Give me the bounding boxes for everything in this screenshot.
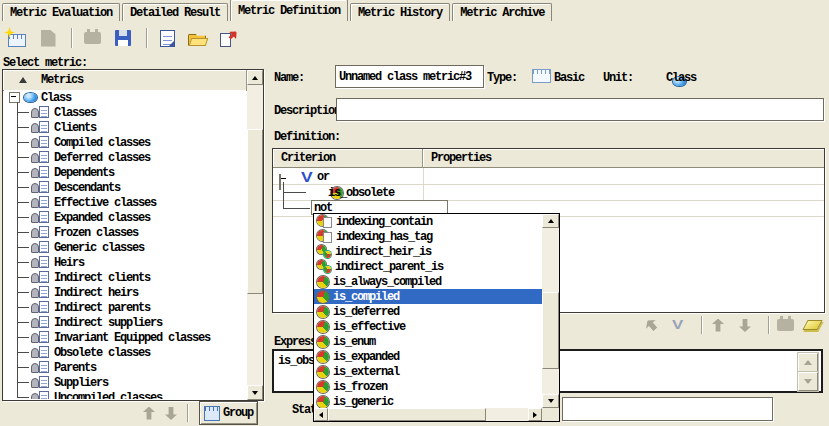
tab-metric-archive[interactable]: Metric Archive bbox=[452, 3, 552, 21]
tree-scrollbar[interactable] bbox=[247, 70, 263, 400]
tree-item[interactable]: Invariant Equipped classes bbox=[4, 330, 246, 345]
dropdown-item[interactable]: is_generic bbox=[314, 394, 542, 408]
name-input[interactable] bbox=[335, 65, 484, 88]
scrollbar-corner bbox=[542, 408, 559, 421]
dropdown-item[interactable]: is_compiled bbox=[314, 289, 542, 304]
tab-detailed-result[interactable]: Detailed Result bbox=[122, 3, 228, 21]
collapse-icon[interactable] bbox=[279, 174, 281, 190]
criterion-move-down-button[interactable] bbox=[736, 316, 754, 334]
pie-chart-icon bbox=[317, 306, 329, 318]
tree-item[interactable]: Descendants bbox=[4, 180, 246, 195]
criterion-level-up-button[interactable] bbox=[642, 316, 660, 334]
locked-metric-icon bbox=[31, 316, 51, 329]
dropdown-item[interactable]: indexing_contain bbox=[314, 214, 542, 229]
expression-scroll-up-button[interactable] bbox=[798, 353, 818, 372]
criterion-erase-button[interactable] bbox=[803, 316, 821, 334]
save-metric-button[interactable] bbox=[110, 25, 136, 51]
criterion-level-down-button[interactable] bbox=[669, 316, 687, 334]
scroll-down-button[interactable] bbox=[542, 394, 559, 408]
group-button[interactable]: Group bbox=[199, 401, 258, 425]
duplicate-metric-button[interactable] bbox=[35, 25, 61, 51]
or-operator-icon bbox=[672, 319, 685, 331]
duplicate-metric-icon bbox=[41, 30, 56, 47]
dropdown-item[interactable]: is_always_compiled bbox=[314, 274, 542, 289]
tab-metric-definition[interactable]: Metric Definition bbox=[230, 0, 348, 21]
locked-metric-icon bbox=[31, 391, 51, 399]
move-up-icon bbox=[712, 319, 724, 332]
dropdown-item[interactable]: is_expanded bbox=[314, 349, 542, 364]
tree-item[interactable]: Uncompiled classes bbox=[4, 390, 246, 399]
tree-item[interactable]: Effective classes bbox=[4, 195, 246, 210]
new-metric-button[interactable] bbox=[4, 25, 30, 51]
tree-item[interactable]: Dependents bbox=[4, 165, 246, 180]
metrics-column-header[interactable]: Metrics bbox=[3, 70, 247, 91]
unit-label: Unit: bbox=[603, 71, 633, 85]
criterion-row-is-obsolete[interactable]: is_obsolete bbox=[328, 186, 394, 200]
dropdown-item[interactable]: is_enum bbox=[314, 334, 542, 349]
move-up-icon[interactable] bbox=[143, 407, 155, 420]
tree-item[interactable]: Indirect clients bbox=[4, 270, 246, 285]
locked-metric-icon bbox=[31, 136, 51, 149]
tree-item[interactable]: Deferred classes bbox=[4, 150, 246, 165]
tree-item[interactable]: Suppliers bbox=[4, 375, 246, 390]
scroll-down-button[interactable] bbox=[247, 385, 263, 400]
tree-item[interactable]: Heirs bbox=[4, 255, 246, 270]
dropdown-item[interactable]: indirect_heir_is bbox=[314, 244, 542, 259]
dropdown-item[interactable]: indirect_parent_is bbox=[314, 259, 542, 274]
locked-metric-icon bbox=[31, 166, 51, 179]
tree-item[interactable]: Compiled classes bbox=[4, 135, 246, 150]
tree-item[interactable]: Indirect parents bbox=[4, 300, 246, 315]
dropdown-item[interactable]: is_external bbox=[314, 364, 542, 379]
open-metric-file-button[interactable] bbox=[185, 25, 211, 51]
select-metric-label: Select metric: bbox=[3, 56, 87, 70]
criterion-delete-button[interactable] bbox=[776, 316, 794, 334]
collapse-icon[interactable] bbox=[9, 92, 20, 103]
dropdown-horizontal-scrollbar[interactable] bbox=[314, 408, 542, 421]
criterion-move-up-button[interactable] bbox=[709, 316, 727, 334]
properties-column-header[interactable]: Properties bbox=[423, 149, 824, 168]
status-input[interactable] bbox=[562, 397, 773, 421]
sort-ascending-icon bbox=[19, 77, 27, 83]
scroll-thumb[interactable] bbox=[542, 292, 559, 370]
dropdown-vertical-scrollbar[interactable] bbox=[542, 214, 559, 408]
tree-item[interactable]: Classes bbox=[4, 105, 246, 120]
scroll-up-button[interactable] bbox=[542, 214, 559, 228]
tree-item[interactable]: Frozen classes bbox=[4, 225, 246, 240]
scroll-right-button[interactable] bbox=[528, 408, 542, 421]
tab-metric-history[interactable]: Metric History bbox=[350, 3, 450, 21]
level-up-icon bbox=[642, 316, 660, 334]
locked-metric-icon bbox=[31, 346, 51, 359]
tab-metric-evaluation[interactable]: Metric Evaluation bbox=[2, 3, 120, 21]
tree-item[interactable]: Indirect heirs bbox=[4, 285, 246, 300]
tree-item[interactable]: Clients bbox=[4, 120, 246, 135]
dropdown-item[interactable]: is_effective bbox=[314, 319, 542, 334]
tree-item[interactable]: Indirect suppliers bbox=[4, 315, 246, 330]
export-metrics-button[interactable] bbox=[216, 25, 242, 51]
tree-item[interactable]: Generic classes bbox=[4, 240, 246, 255]
tree-item[interactable]: Obsolete classes bbox=[4, 345, 246, 360]
tree-root-class[interactable]: Class bbox=[4, 90, 246, 105]
pie-chart-icon bbox=[317, 291, 329, 303]
dropdown-item[interactable]: is_frozen bbox=[314, 379, 542, 394]
locked-metric-icon bbox=[31, 106, 51, 119]
criterion-row-or[interactable]: or bbox=[317, 170, 329, 184]
tree-item[interactable]: Parents bbox=[4, 360, 246, 375]
expression-scroll-down-button[interactable] bbox=[798, 372, 818, 391]
dropdown-item[interactable]: is_deferred bbox=[314, 304, 542, 319]
delete-metric-button[interactable] bbox=[79, 25, 105, 51]
import-metrics-button[interactable] bbox=[154, 25, 180, 51]
locked-metric-icon bbox=[31, 271, 51, 284]
scroll-left-button[interactable] bbox=[314, 408, 328, 421]
criterion-dropdown: indexing_containindexing_has_tagindirect… bbox=[313, 213, 560, 422]
description-input[interactable] bbox=[336, 98, 824, 121]
scroll-thumb[interactable] bbox=[328, 408, 486, 421]
criterion-column-header[interactable]: Criterion bbox=[273, 149, 423, 168]
move-down-icon[interactable] bbox=[165, 407, 177, 420]
dropdown-item[interactable]: indexing_has_tag bbox=[314, 229, 542, 244]
separator bbox=[187, 404, 189, 422]
scroll-up-button[interactable] bbox=[247, 70, 263, 85]
scroll-thumb[interactable] bbox=[247, 129, 263, 294]
name-label: Name: bbox=[274, 71, 304, 85]
locked-metric-icon bbox=[31, 121, 51, 134]
tree-item[interactable]: Expanded classes bbox=[4, 210, 246, 225]
